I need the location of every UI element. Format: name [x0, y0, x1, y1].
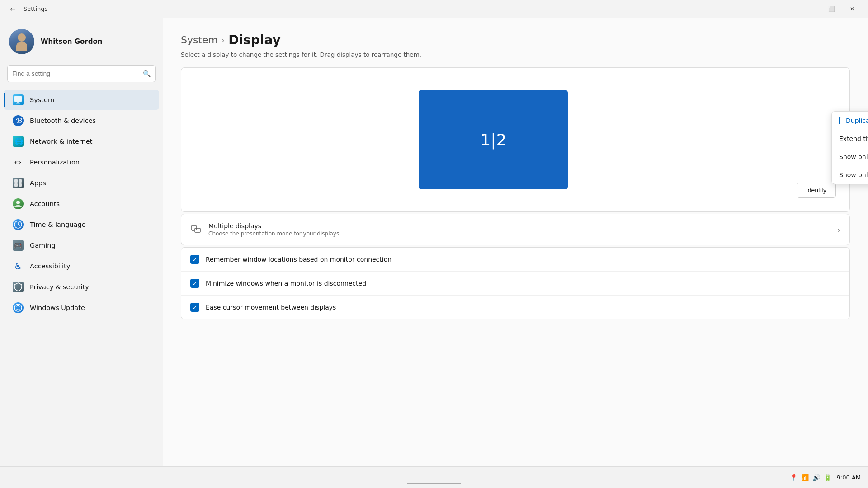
svg-rect-0 [14, 96, 22, 102]
dropdown-item-show-1[interactable]: Show only on 1 [832, 148, 868, 166]
svg-rect-2 [16, 103, 20, 104]
multiple-displays-icon [190, 224, 201, 235]
checkbox-section: Remember window locations based on monit… [181, 247, 850, 319]
taskbar-scroll-indicator [407, 483, 461, 484]
taskbar-time: 9:00 AM [837, 474, 861, 481]
multiple-displays-section: Multiple displays Choose the presentatio… [181, 214, 850, 245]
personalization-icon: ✏️ [13, 157, 24, 168]
monitor-display[interactable]: 1|2 [419, 90, 568, 189]
sidebar-item-bluetooth[interactable]: ℬ Bluetooth & devices [4, 111, 159, 131]
dropdown-item-duplicate[interactable]: Duplicate these displays [832, 112, 868, 130]
display-preview-area: 1|2 Identify Duplicate these displays Ex… [181, 67, 850, 212]
sidebar-label-system: System [30, 96, 54, 103]
multiple-displays-subtitle: Choose the presentation mode for your di… [208, 230, 830, 237]
sidebar-label-update: Windows Update [30, 304, 85, 311]
sidebar-label-accessibility: Accessibility [30, 263, 70, 270]
volume-icon[interactable]: 🔊 [812, 474, 820, 481]
svg-rect-6 [19, 179, 22, 183]
svg-text:🌐: 🌐 [14, 137, 23, 146]
sidebar-item-apps[interactable]: Apps [4, 173, 159, 193]
sidebar-label-accounts: Accounts [30, 200, 60, 207]
checkbox-1[interactable] [190, 279, 199, 288]
close-button[interactable]: ✕ [842, 0, 863, 18]
main-content: System › Display Select a display to cha… [163, 18, 868, 466]
sidebar-label-network: Network & internet [30, 138, 92, 145]
gaming-icon: 🎮 [13, 240, 24, 251]
window-title: Settings [24, 5, 47, 12]
search-box[interactable]: 🔍 [7, 65, 156, 82]
svg-rect-8 [19, 183, 22, 187]
sidebar-label-time: Time & language [30, 221, 86, 228]
checkbox-2[interactable] [190, 303, 199, 312]
identify-btn-area: Identify Duplicate these displays Extend… [797, 183, 840, 202]
checkbox-0[interactable] [190, 255, 199, 264]
sidebar-item-accessibility[interactable]: ♿ Accessibility [4, 256, 159, 276]
checkbox-row-2[interactable]: Ease cursor movement between displays [181, 296, 849, 319]
sidebar-item-time[interactable]: Time & language [4, 215, 159, 235]
sidebar: Whitson Gordon 🔍 System ℬ Blu [0, 18, 163, 466]
sidebar-item-personalization[interactable]: ✏️ Personalization [4, 152, 159, 172]
sidebar-item-gaming[interactable]: 🎮 Gaming [4, 235, 159, 255]
apps-icon [13, 178, 24, 188]
svg-rect-5 [14, 179, 18, 183]
battery-icon[interactable]: 🔋 [824, 474, 831, 481]
dropdown-item-extend[interactable]: Extend these displays [832, 130, 868, 148]
bluetooth-icon: ℬ [13, 115, 24, 126]
sidebar-item-system[interactable]: System [4, 90, 159, 110]
avatar [9, 29, 34, 54]
taskbar-system-icons: 📍 📶 🔊 🔋 [790, 474, 831, 481]
display-monitors: 1|2 [190, 81, 797, 198]
maximize-button[interactable]: ⬜ [821, 0, 842, 18]
time-icon [13, 219, 24, 230]
accounts-icon [13, 198, 24, 209]
checkbox-label-0: Remember window locations based on monit… [206, 256, 392, 263]
sidebar-label-bluetooth: Bluetooth & devices [30, 117, 96, 124]
sidebar-label-personalization: Personalization [30, 159, 80, 166]
svg-text:ℬ: ℬ [16, 117, 23, 125]
checkbox-label-1: Minimize windows when a monitor is disco… [206, 280, 366, 287]
multiple-displays-title: Multiple displays [208, 222, 830, 230]
sidebar-item-privacy[interactable]: Privacy & security [4, 277, 159, 297]
minimize-button[interactable]: — [800, 0, 821, 18]
dropdown-item-show-2[interactable]: Show only on 2 [832, 166, 868, 184]
breadcrumb-separator: › [222, 35, 225, 45]
taskbar-right: 📍 📶 🔊 🔋 9:00 AM [790, 474, 861, 481]
accessibility-icon: ♿ [13, 261, 24, 272]
search-input[interactable] [12, 70, 143, 77]
taskbar: 📍 📶 🔊 🔋 9:00 AM [0, 466, 868, 488]
sidebar-item-update[interactable]: Windows Update [4, 298, 159, 318]
page-title: Display [228, 33, 280, 47]
network-icon: 🌐 [13, 136, 24, 147]
page-subtitle: Select a display to change the settings … [181, 51, 850, 58]
breadcrumb-parent[interactable]: System [181, 34, 218, 46]
multiple-displays-text: Multiple displays Choose the presentatio… [208, 222, 830, 237]
user-name: Whitson Gordon [41, 38, 102, 46]
update-icon [13, 302, 24, 313]
window-controls: — ⬜ ✕ [800, 0, 863, 18]
sidebar-item-accounts[interactable]: Accounts [4, 194, 159, 214]
wifi-icon[interactable]: 📶 [801, 474, 809, 481]
sidebar-label-privacy: Privacy & security [30, 283, 89, 291]
svg-point-9 [16, 201, 20, 204]
titlebar: ← Settings — ⬜ ✕ [0, 0, 868, 18]
app-body: Whitson Gordon 🔍 System ℬ Blu [0, 18, 868, 466]
sidebar-label-apps: Apps [30, 179, 46, 187]
breadcrumb: System › Display [181, 33, 850, 47]
checkbox-row-1[interactable]: Minimize windows when a monitor is disco… [181, 272, 849, 296]
checkbox-row-0[interactable]: Remember window locations based on monit… [181, 248, 849, 272]
svg-point-11 [14, 304, 22, 311]
system-icon [13, 94, 24, 105]
multiple-displays-row[interactable]: Multiple displays Choose the presentatio… [181, 214, 849, 245]
search-icon: 🔍 [143, 70, 151, 77]
sidebar-item-network[interactable]: 🌐 Network & internet [4, 131, 159, 151]
sidebar-label-gaming: Gaming [30, 242, 56, 249]
svg-rect-1 [17, 102, 19, 103]
checkbox-label-2: Ease cursor movement between displays [206, 304, 336, 311]
back-button[interactable]: ← [5, 2, 20, 16]
dropdown-menu: Duplicate these displays Extend these di… [831, 111, 868, 184]
svg-rect-7 [14, 183, 18, 187]
multiple-displays-chevron: › [837, 225, 840, 235]
privacy-icon [13, 282, 24, 292]
identify-button[interactable]: Identify [797, 183, 836, 198]
user-profile[interactable]: Whitson Gordon [0, 25, 163, 65]
